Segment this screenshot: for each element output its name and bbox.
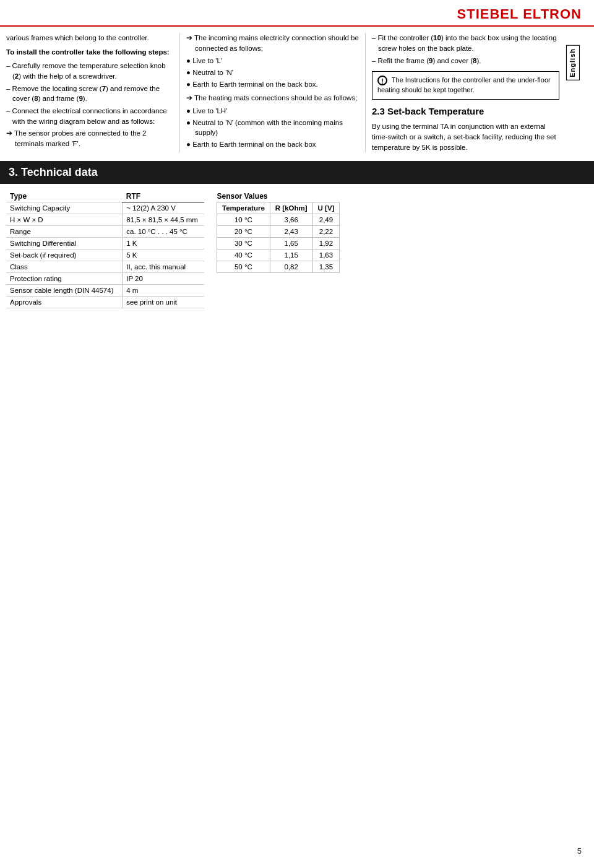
- spec-row-value: IP 20: [123, 273, 204, 285]
- col-mid-bullet2-1: ● Live to 'LH': [186, 106, 359, 116]
- sensor-temp: 40 °C: [217, 250, 270, 261]
- warning-text: The Instructions for the controller and …: [377, 76, 551, 93]
- col-left-item2: – Remove the locating screw (7) and remo…: [6, 84, 173, 104]
- sensor-col-u: U [V]: [312, 202, 340, 214]
- tech-data-area: Type RTF Switching Capacity~ 12(2) A 230…: [0, 184, 594, 308]
- sensor-r: 3,66: [270, 214, 312, 226]
- col-mid-bullet1-2: ● Neutral to 'N': [186, 67, 359, 78]
- sensor-r: 1,65: [270, 238, 312, 250]
- spec-header-rtf: RTF: [123, 190, 204, 202]
- spec-row-label: Approvals: [6, 297, 123, 308]
- sensor-r: 0,82: [270, 261, 312, 273]
- brand-header: STIEBEL ELTRON: [0, 0, 594, 27]
- col-mid: ➔ The incoming mains electricity connect…: [179, 33, 365, 152]
- spec-row-label: Set-back (if required): [6, 250, 123, 261]
- spec-table-container: Type RTF Switching Capacity~ 12(2) A 230…: [6, 190, 204, 308]
- sensor-table-container: Sensor Values Temperature R [kOhm] U [V]…: [217, 190, 340, 308]
- col-right-text: – Fit the controller (10) into the back …: [372, 33, 564, 152]
- sensor-table-row: 50 °C0,821,35: [217, 261, 340, 273]
- spec-row-value: ca. 10 °C . . . 45 °C: [123, 226, 204, 238]
- sensor-col-temp: Temperature: [217, 202, 270, 214]
- col-left-para2-intro: To install the controller take the follo…: [6, 47, 173, 58]
- sensor-table-row: 20 °C2,432,22: [217, 226, 340, 238]
- col-right-item1: – Fit the controller (10) into the back …: [372, 33, 559, 53]
- spec-row-value: 5 K: [123, 250, 204, 261]
- col-left-para1: various frames which belong to the contr…: [6, 33, 173, 43]
- page: STIEBEL ELTRON various frames which belo…: [0, 0, 594, 868]
- warning-icon: !: [377, 76, 387, 85]
- sensor-table-row: 30 °C1,651,92: [217, 238, 340, 250]
- sensor-temp: 30 °C: [217, 238, 270, 250]
- spec-table-row: ClassII, acc. this manual: [6, 261, 204, 273]
- spec-row-value: 1 K: [123, 238, 204, 250]
- spec-row-value: II, acc. this manual: [123, 261, 204, 273]
- spec-table-row: Rangeca. 10 °C . . . 45 °C: [6, 226, 204, 238]
- col-left: various frames which belong to the contr…: [6, 33, 179, 152]
- tech-section-heading: 3. Technical data: [0, 161, 594, 184]
- spec-table-row: Sensor cable length (DIN 44574)4 m: [6, 285, 204, 297]
- col-mid-bullet1-1: ● Live to 'L': [186, 56, 359, 66]
- spec-row-label: Switching Capacity: [6, 202, 123, 214]
- spec-row-label: Protection rating: [6, 273, 123, 285]
- sensor-u: 2,22: [312, 226, 340, 238]
- spec-row-value: 81,5 × 81,5 × 44,5 mm: [123, 214, 204, 226]
- sensor-header-main-row: Sensor Values: [217, 190, 340, 202]
- col-right: – Fit the controller (10) into the back …: [365, 33, 588, 152]
- spec-header-type: Type: [6, 190, 123, 202]
- col-right-inner: – Fit the controller (10) into the back …: [372, 33, 582, 152]
- sensor-temp: 20 °C: [217, 226, 270, 238]
- sensor-r: 2,43: [270, 226, 312, 238]
- sensor-col-r: R [kOhm]: [270, 202, 312, 214]
- spec-table-row: Protection ratingIP 20: [6, 273, 204, 285]
- spec-row-value: ~ 12(2) A 230 V: [123, 202, 204, 214]
- spec-table-row: Switching Differential1 K: [6, 238, 204, 250]
- sensor-col-headers: Temperature R [kOhm] U [V]: [217, 202, 340, 214]
- brand-name: STIEBEL ELTRON: [457, 6, 582, 22]
- col-left-item1: – Carefully remove the temperature selec…: [6, 61, 173, 81]
- spec-table-row: Set-back (if required)5 K: [6, 250, 204, 261]
- sensor-r: 1,15: [270, 250, 312, 261]
- english-label-container: English: [564, 33, 582, 152]
- spec-row-label: Switching Differential: [6, 238, 123, 250]
- spec-row-value: 4 m: [123, 285, 204, 297]
- col-mid-arrow2-intro: ➔ The heating mats connections should be…: [186, 93, 359, 103]
- col-left-arrow1: ➔ The sensor probes are connected to the…: [6, 128, 173, 149]
- sensor-table: Sensor Values Temperature R [kOhm] U [V]…: [217, 190, 340, 273]
- spec-row-label: Class: [6, 261, 123, 273]
- spec-table-row: Switching Capacity~ 12(2) A 230 V: [6, 202, 204, 214]
- spec-table-row: Approvalssee print on unit: [6, 297, 204, 308]
- col-mid-bullet2-2: ● Neutral to 'N' (common with the incomi…: [186, 118, 359, 138]
- spec-table-row: H × W × D81,5 × 81,5 × 44,5 mm: [6, 214, 204, 226]
- col-mid-bullet2-3: ● Earth to Earth terminal on the back bo…: [186, 139, 359, 150]
- sensor-u: 2,49: [312, 214, 340, 226]
- spec-row-label: Range: [6, 226, 123, 238]
- sensor-temp: 10 °C: [217, 214, 270, 226]
- section-title: 2.3 Set-back Temperature: [372, 105, 559, 118]
- spec-table: Type RTF Switching Capacity~ 12(2) A 230…: [6, 190, 204, 308]
- main-content: various frames which belong to the contr…: [0, 27, 594, 152]
- sensor-temp: 50 °C: [217, 261, 270, 273]
- english-label: English: [566, 45, 580, 80]
- spec-table-header: Type RTF: [6, 190, 204, 202]
- page-number: 5: [577, 846, 582, 856]
- sensor-u: 1,35: [312, 261, 340, 273]
- col-mid-arrow1-intro: ➔ The incoming mains electricity connect…: [186, 33, 359, 53]
- spec-row-label: H × W × D: [6, 214, 123, 226]
- spec-row-value: see print on unit: [123, 297, 204, 308]
- sensor-u: 1,92: [312, 238, 340, 250]
- section-text: By using the terminal TA in conjunction …: [372, 121, 559, 152]
- sensor-table-body: 10 °C3,662,4920 °C2,432,2230 °C1,651,924…: [217, 214, 340, 273]
- sensor-table-row: 10 °C3,662,49: [217, 214, 340, 226]
- col-left-item3: – Connect the electrical connections in …: [6, 106, 173, 126]
- spec-row-label: Sensor cable length (DIN 44574): [6, 285, 123, 297]
- sensor-table-row: 40 °C1,151,63: [217, 250, 340, 261]
- col-mid-bullet1-3: ● Earth to Earth terminal on the back bo…: [186, 79, 359, 90]
- warning-box: ! The Instructions for the controller an…: [372, 71, 559, 99]
- sensor-header-title: Sensor Values: [217, 190, 340, 202]
- sensor-u: 1,63: [312, 250, 340, 261]
- col-right-item2: – Refit the frame (9) and cover (8).: [372, 56, 559, 66]
